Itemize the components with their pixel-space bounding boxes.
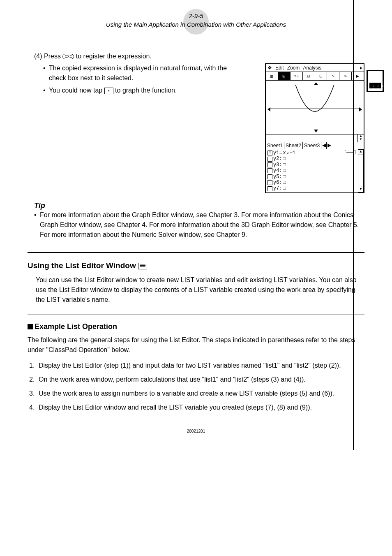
- tip-body: For more information about the Graph Edi…: [34, 210, 364, 240]
- checkbox-icon[interactable]: [267, 157, 272, 162]
- menu-zoom[interactable]: Zoom: [287, 65, 300, 71]
- example-step-2: 2.On the work area window, perform calcu…: [37, 375, 364, 385]
- step-4: (4) Press EXE to register the expression…: [34, 53, 364, 60]
- input-row: ▲▼: [266, 134, 364, 142]
- toolbar-btn-1[interactable]: ▦: [266, 72, 278, 80]
- menu-analysis[interactable]: Analysis: [303, 65, 321, 71]
- example-step-4: 4.Display the List Editor window and rec…: [37, 403, 364, 412]
- toolbar-btn-2[interactable]: ⊞: [278, 72, 291, 80]
- graph-button-icon: [104, 88, 113, 94]
- tab-sheet1[interactable]: Sheet1: [266, 142, 284, 149]
- list-editor-heading: Using the List Editor Window: [28, 261, 364, 270]
- example-step-1: 1.Display the List Editor (step (1)) and…: [37, 361, 364, 371]
- example-heading: Example List Operation: [28, 322, 364, 331]
- eq-row-y6[interactable]: y6: □: [267, 180, 362, 185]
- checkbox-checked-icon[interactable]: ☑: [267, 151, 272, 155]
- toolbar-btn-4[interactable]: ⊡: [303, 72, 315, 80]
- checkbox-icon[interactable]: [267, 186, 272, 191]
- scroll-down-icon[interactable]: ▼: [358, 187, 364, 192]
- spinner-icon[interactable]: ▲▼: [358, 134, 364, 142]
- input-field[interactable]: [266, 134, 358, 142]
- exe-key-icon: EXE: [62, 54, 74, 59]
- page-header: 2-9-5 Using the Main Application in Comb…: [19, 12, 373, 28]
- graph-editor-screenshot: ❖ Edit Zoom Analysis ♦ ▦ ⊞ Y= ⊡ ⊡ ∿ ∿ ▶: [265, 63, 364, 193]
- scrollbar[interactable]: [358, 155, 364, 187]
- checkbox-icon[interactable]: [267, 162, 272, 167]
- step-4-bullet-1: The copied expression is displayed in na…: [43, 63, 238, 83]
- tab-prev-icon[interactable]: ◀: [321, 142, 327, 149]
- graph-area[interactable]: [266, 81, 364, 134]
- menu-edit[interactable]: Edit: [275, 65, 284, 71]
- tip-heading: Tip: [34, 202, 364, 210]
- menu-more-icon[interactable]: ♦: [360, 65, 362, 71]
- square-bullet-icon: [28, 324, 33, 329]
- tab-sheet2[interactable]: Sheet2: [284, 142, 303, 149]
- scroll-up-icon[interactable]: ▲: [358, 149, 364, 155]
- eq-row-y5[interactable]: y5: □: [267, 174, 362, 180]
- example-steps: 1.Display the List Editor (step (1)) and…: [28, 361, 364, 412]
- toolbar-btn-6[interactable]: ∿: [327, 72, 339, 80]
- toolbar-btn-5[interactable]: ⊡: [315, 72, 327, 80]
- checkbox-icon[interactable]: [267, 168, 272, 173]
- checkbox-icon[interactable]: [267, 174, 272, 179]
- toolbar-scroll-icon[interactable]: ▶: [352, 72, 364, 80]
- step-4-bullet-2: You could now tap to graph the function.: [43, 86, 238, 95]
- example-intro: The following are the general steps for …: [28, 335, 364, 355]
- toolbar-btn-7[interactable]: ∿: [339, 72, 352, 80]
- toolbar: ▦ ⊞ Y= ⊡ ⊡ ∿ ∿ ▶: [266, 72, 364, 81]
- menubar: ❖ Edit Zoom Analysis ♦: [266, 64, 364, 72]
- apps-menu-icon[interactable]: ❖: [267, 65, 272, 71]
- equation-list: ▲ ▼ [———] ☑ y1=x2−1 y2: □ y3: □ y4: □ y5…: [266, 149, 364, 192]
- eq-row-y4[interactable]: y4: □: [267, 168, 362, 174]
- eq-row-y7[interactable]: y7: □: [267, 185, 362, 191]
- eq-row-y3[interactable]: y3: □: [267, 162, 362, 168]
- list-editor-body: You can use the List Editor window to cr…: [36, 275, 364, 305]
- toolbar-btn-3[interactable]: Y=: [291, 72, 303, 80]
- list-editor-icon: [138, 263, 147, 269]
- line-style-icon[interactable]: [———]: [344, 150, 356, 155]
- tab-sheet3[interactable]: Sheet3: [303, 142, 321, 149]
- eq-row-y2[interactable]: y2: □: [267, 156, 362, 162]
- page-number: 2-9-5: [19, 12, 373, 19]
- example-step-3: 3.Use the work area to assign numbers to…: [37, 389, 364, 398]
- page-subtitle: Using the Main Application in Combinatio…: [19, 21, 373, 28]
- checkbox-icon[interactable]: [267, 180, 272, 185]
- sheet-tabs: Sheet1 Sheet2 Sheet3 ◀ ▶: [266, 142, 364, 149]
- tab-next-icon[interactable]: ▶: [327, 142, 332, 149]
- footer-code: 20021201: [28, 429, 364, 433]
